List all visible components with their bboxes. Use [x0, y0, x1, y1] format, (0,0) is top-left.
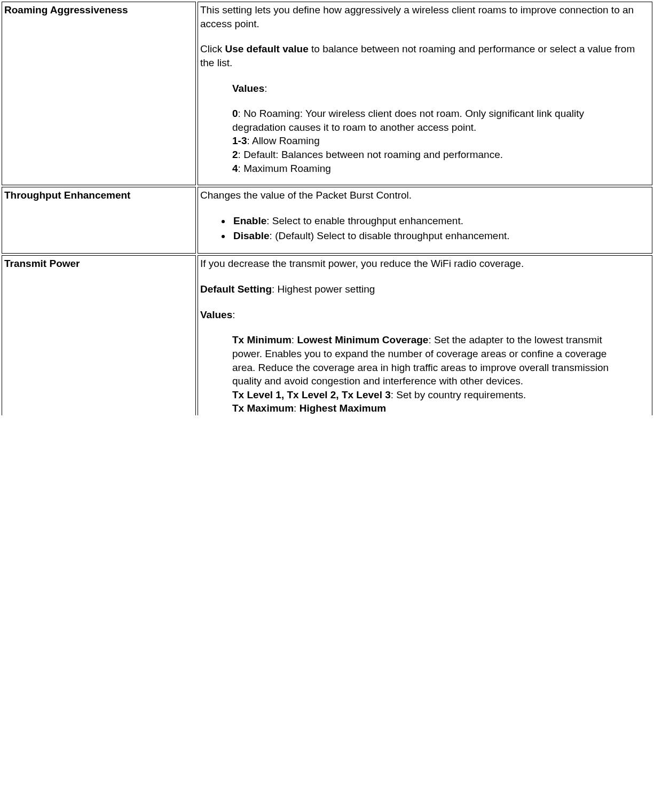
- table-row: Throughput Enhancement Changes the value…: [2, 187, 652, 254]
- bullet-key: Disable: [233, 230, 270, 241]
- bullet-list: Enable: Select to enable throughput enha…: [216, 214, 650, 242]
- value-key: Tx Maximum: [232, 403, 294, 414]
- values-label: Values: [232, 83, 264, 94]
- setting-name-cell: Roaming Aggressiveness: [2, 2, 196, 185]
- list-item: Enable: Select to enable throughput enha…: [231, 214, 650, 228]
- value-item: 0: No Roaming: Your wireless client does…: [232, 107, 618, 134]
- setting-intro: This setting lets you define how aggress…: [200, 3, 650, 30]
- setting-name-cell: Throughput Enhancement: [2, 187, 196, 254]
- value-key: 2: [232, 149, 238, 160]
- setting-name-cell: Transmit Power: [2, 255, 196, 415]
- values-list: 0: No Roaming: Your wireless client does…: [232, 107, 618, 175]
- table-row: Transmit Power If you decrease the trans…: [2, 255, 652, 415]
- values-list: Tx Minimum: Lowest Minimum Coverage: Set…: [232, 333, 618, 415]
- value-item: 1-3: Allow Roaming: [232, 134, 618, 148]
- settings-table: Roaming Aggressiveness This setting lets…: [0, 0, 654, 417]
- value-text: : No Roaming: Your wireless client does …: [232, 108, 584, 133]
- setting-desc-cell: Changes the value of the Packet Burst Co…: [198, 187, 652, 254]
- value-key: Tx Level 1, Tx Level 2, Tx Level 3: [232, 389, 391, 400]
- value-text: : Default: Balances between not roaming …: [238, 149, 503, 160]
- setting-name: Roaming Aggressiveness: [4, 4, 128, 15]
- value-text: : Set by country requirements.: [391, 389, 526, 400]
- value-item: Tx Maximum: Highest Maximum: [232, 401, 618, 415]
- value-key2: Lowest Minimum Coverage: [297, 334, 428, 345]
- value-item: Tx Level 1, Tx Level 2, Tx Level 3: Set …: [232, 388, 618, 402]
- text: :: [294, 403, 300, 414]
- value-item: 2: Default: Balances between not roaming…: [232, 148, 618, 162]
- setting-intro: Changes the value of the Packet Burst Co…: [200, 188, 650, 202]
- table-row: Roaming Aggressiveness This setting lets…: [2, 2, 652, 185]
- value-text: : Allow Roaming: [247, 135, 319, 146]
- value-key: 1-3: [232, 135, 247, 146]
- bullet-key: Enable: [233, 215, 266, 226]
- setting-desc-cell: If you decrease the transmit power, you …: [198, 255, 652, 415]
- bullet-text: : Select to enable throughput enhancemen…: [266, 215, 463, 226]
- text: Click: [200, 43, 225, 54]
- value-key: Tx Minimum: [232, 334, 291, 345]
- use-default-value-label: Use default value: [225, 43, 308, 54]
- values-heading: Values:: [232, 82, 618, 96]
- value-key: 0: [232, 108, 238, 119]
- value-text: : Maximum Roaming: [238, 163, 331, 174]
- list-item: Disable: (Default) Select to disable thr…: [231, 229, 650, 243]
- default-setting-label: Default Setting: [200, 283, 272, 295]
- default-setting-value: : Highest power setting: [272, 283, 375, 295]
- values-heading: Values:: [200, 308, 650, 322]
- value-key: 4: [232, 163, 238, 174]
- value-item: 4: Maximum Roaming: [232, 162, 618, 176]
- setting-desc-cell: This setting lets you define how aggress…: [198, 2, 652, 185]
- value-item: Tx Minimum: Lowest Minimum Coverage: Set…: [232, 333, 618, 388]
- default-setting: Default Setting: Highest power setting: [200, 282, 650, 296]
- setting-name: Transmit Power: [4, 258, 80, 269]
- setting-intro: If you decrease the transmit power, you …: [200, 257, 650, 271]
- value-key2: Highest Maximum: [300, 403, 387, 414]
- setting-click-note: Click Use default value to balance betwe…: [200, 42, 650, 69]
- bullet-text: : (Default) Select to disable throughput…: [270, 230, 510, 241]
- values-label: Values: [200, 309, 232, 320]
- setting-name: Throughput Enhancement: [4, 190, 130, 201]
- text: :: [291, 334, 297, 345]
